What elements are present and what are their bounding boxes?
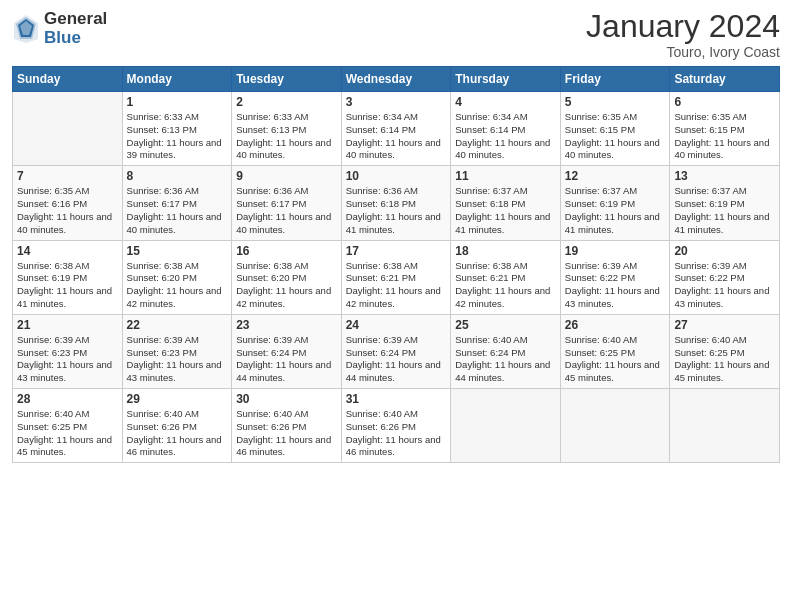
day-number: 30 [236, 392, 337, 406]
day-info: Sunrise: 6:39 AM Sunset: 6:23 PM Dayligh… [17, 334, 118, 385]
day-cell: 2Sunrise: 6:33 AM Sunset: 6:13 PM Daylig… [232, 92, 342, 166]
day-cell [670, 389, 780, 463]
day-info: Sunrise: 6:39 AM Sunset: 6:22 PM Dayligh… [674, 260, 775, 311]
day-cell: 14Sunrise: 6:38 AM Sunset: 6:19 PM Dayli… [13, 240, 123, 314]
day-info: Sunrise: 6:38 AM Sunset: 6:19 PM Dayligh… [17, 260, 118, 311]
location-subtitle: Touro, Ivory Coast [586, 44, 780, 60]
day-info: Sunrise: 6:35 AM Sunset: 6:15 PM Dayligh… [674, 111, 775, 162]
day-number: 6 [674, 95, 775, 109]
weekday-header-friday: Friday [560, 67, 670, 92]
day-cell: 12Sunrise: 6:37 AM Sunset: 6:19 PM Dayli… [560, 166, 670, 240]
day-info: Sunrise: 6:33 AM Sunset: 6:13 PM Dayligh… [236, 111, 337, 162]
day-number: 23 [236, 318, 337, 332]
day-cell: 31Sunrise: 6:40 AM Sunset: 6:26 PM Dayli… [341, 389, 451, 463]
day-cell: 27Sunrise: 6:40 AM Sunset: 6:25 PM Dayli… [670, 314, 780, 388]
day-cell: 6Sunrise: 6:35 AM Sunset: 6:15 PM Daylig… [670, 92, 780, 166]
day-number: 5 [565, 95, 666, 109]
day-number: 4 [455, 95, 556, 109]
day-info: Sunrise: 6:37 AM Sunset: 6:18 PM Dayligh… [455, 185, 556, 236]
page: General Blue January 2024 Touro, Ivory C… [0, 0, 792, 612]
day-cell: 7Sunrise: 6:35 AM Sunset: 6:16 PM Daylig… [13, 166, 123, 240]
day-info: Sunrise: 6:40 AM Sunset: 6:26 PM Dayligh… [236, 408, 337, 459]
week-row-2: 7Sunrise: 6:35 AM Sunset: 6:16 PM Daylig… [13, 166, 780, 240]
day-cell [451, 389, 561, 463]
day-number: 26 [565, 318, 666, 332]
day-number: 7 [17, 169, 118, 183]
day-cell: 15Sunrise: 6:38 AM Sunset: 6:20 PM Dayli… [122, 240, 232, 314]
logo-general: General [44, 10, 107, 29]
day-info: Sunrise: 6:37 AM Sunset: 6:19 PM Dayligh… [674, 185, 775, 236]
day-number: 20 [674, 244, 775, 258]
month-title: January 2024 [586, 10, 780, 42]
day-cell: 9Sunrise: 6:36 AM Sunset: 6:17 PM Daylig… [232, 166, 342, 240]
day-number: 14 [17, 244, 118, 258]
day-cell [13, 92, 123, 166]
week-row-4: 21Sunrise: 6:39 AM Sunset: 6:23 PM Dayli… [13, 314, 780, 388]
day-info: Sunrise: 6:40 AM Sunset: 6:25 PM Dayligh… [565, 334, 666, 385]
day-info: Sunrise: 6:36 AM Sunset: 6:17 PM Dayligh… [236, 185, 337, 236]
day-number: 24 [346, 318, 447, 332]
day-info: Sunrise: 6:38 AM Sunset: 6:20 PM Dayligh… [236, 260, 337, 311]
day-info: Sunrise: 6:35 AM Sunset: 6:16 PM Dayligh… [17, 185, 118, 236]
day-info: Sunrise: 6:39 AM Sunset: 6:23 PM Dayligh… [127, 334, 228, 385]
day-number: 22 [127, 318, 228, 332]
day-info: Sunrise: 6:38 AM Sunset: 6:21 PM Dayligh… [455, 260, 556, 311]
day-number: 28 [17, 392, 118, 406]
day-number: 27 [674, 318, 775, 332]
day-info: Sunrise: 6:40 AM Sunset: 6:24 PM Dayligh… [455, 334, 556, 385]
day-cell: 13Sunrise: 6:37 AM Sunset: 6:19 PM Dayli… [670, 166, 780, 240]
logo-blue: Blue [44, 29, 107, 48]
day-cell: 11Sunrise: 6:37 AM Sunset: 6:18 PM Dayli… [451, 166, 561, 240]
day-info: Sunrise: 6:34 AM Sunset: 6:14 PM Dayligh… [346, 111, 447, 162]
day-cell: 19Sunrise: 6:39 AM Sunset: 6:22 PM Dayli… [560, 240, 670, 314]
day-number: 9 [236, 169, 337, 183]
day-info: Sunrise: 6:38 AM Sunset: 6:21 PM Dayligh… [346, 260, 447, 311]
day-info: Sunrise: 6:33 AM Sunset: 6:13 PM Dayligh… [127, 111, 228, 162]
day-cell: 16Sunrise: 6:38 AM Sunset: 6:20 PM Dayli… [232, 240, 342, 314]
day-number: 29 [127, 392, 228, 406]
weekday-header-wednesday: Wednesday [341, 67, 451, 92]
header: General Blue January 2024 Touro, Ivory C… [12, 10, 780, 60]
week-row-5: 28Sunrise: 6:40 AM Sunset: 6:25 PM Dayli… [13, 389, 780, 463]
day-cell: 28Sunrise: 6:40 AM Sunset: 6:25 PM Dayli… [13, 389, 123, 463]
day-info: Sunrise: 6:36 AM Sunset: 6:18 PM Dayligh… [346, 185, 447, 236]
weekday-header-saturday: Saturday [670, 67, 780, 92]
day-number: 1 [127, 95, 228, 109]
logo: General Blue [12, 10, 107, 47]
day-cell: 5Sunrise: 6:35 AM Sunset: 6:15 PM Daylig… [560, 92, 670, 166]
week-row-3: 14Sunrise: 6:38 AM Sunset: 6:19 PM Dayli… [13, 240, 780, 314]
day-number: 18 [455, 244, 556, 258]
day-number: 16 [236, 244, 337, 258]
day-info: Sunrise: 6:40 AM Sunset: 6:25 PM Dayligh… [17, 408, 118, 459]
day-number: 3 [346, 95, 447, 109]
day-cell: 20Sunrise: 6:39 AM Sunset: 6:22 PM Dayli… [670, 240, 780, 314]
day-info: Sunrise: 6:40 AM Sunset: 6:25 PM Dayligh… [674, 334, 775, 385]
week-row-1: 1Sunrise: 6:33 AM Sunset: 6:13 PM Daylig… [13, 92, 780, 166]
day-cell [560, 389, 670, 463]
day-number: 10 [346, 169, 447, 183]
day-number: 21 [17, 318, 118, 332]
day-info: Sunrise: 6:34 AM Sunset: 6:14 PM Dayligh… [455, 111, 556, 162]
day-info: Sunrise: 6:36 AM Sunset: 6:17 PM Dayligh… [127, 185, 228, 236]
day-info: Sunrise: 6:35 AM Sunset: 6:15 PM Dayligh… [565, 111, 666, 162]
day-cell: 26Sunrise: 6:40 AM Sunset: 6:25 PM Dayli… [560, 314, 670, 388]
day-cell: 1Sunrise: 6:33 AM Sunset: 6:13 PM Daylig… [122, 92, 232, 166]
day-number: 2 [236, 95, 337, 109]
day-cell: 18Sunrise: 6:38 AM Sunset: 6:21 PM Dayli… [451, 240, 561, 314]
day-info: Sunrise: 6:40 AM Sunset: 6:26 PM Dayligh… [127, 408, 228, 459]
day-info: Sunrise: 6:40 AM Sunset: 6:26 PM Dayligh… [346, 408, 447, 459]
day-cell: 4Sunrise: 6:34 AM Sunset: 6:14 PM Daylig… [451, 92, 561, 166]
day-cell: 29Sunrise: 6:40 AM Sunset: 6:26 PM Dayli… [122, 389, 232, 463]
day-cell: 23Sunrise: 6:39 AM Sunset: 6:24 PM Dayli… [232, 314, 342, 388]
weekday-header-tuesday: Tuesday [232, 67, 342, 92]
calendar-table: SundayMondayTuesdayWednesdayThursdayFrid… [12, 66, 780, 463]
day-cell: 8Sunrise: 6:36 AM Sunset: 6:17 PM Daylig… [122, 166, 232, 240]
logo-text: General Blue [44, 10, 107, 47]
weekday-header-thursday: Thursday [451, 67, 561, 92]
logo-icon [12, 13, 40, 45]
day-number: 17 [346, 244, 447, 258]
day-number: 12 [565, 169, 666, 183]
weekday-header-monday: Monday [122, 67, 232, 92]
day-number: 8 [127, 169, 228, 183]
day-cell: 22Sunrise: 6:39 AM Sunset: 6:23 PM Dayli… [122, 314, 232, 388]
